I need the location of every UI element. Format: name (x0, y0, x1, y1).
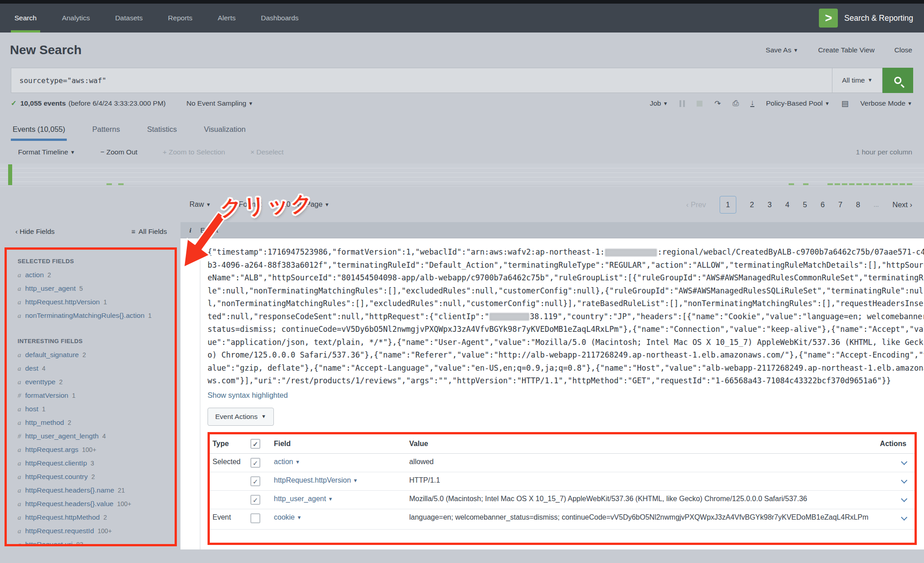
row-actions-chevron-icon[interactable] (901, 495, 907, 502)
tab-patterns[interactable]: Patterns (90, 125, 121, 141)
tab-events[interactable]: Events (10,055) (11, 125, 67, 141)
timeline-bar-small[interactable] (789, 183, 794, 185)
next-page-button[interactable]: Next › (892, 200, 912, 209)
event-actions-button[interactable]: Event Actions ▼ (208, 408, 274, 426)
share-icon[interactable]: ↷ (714, 99, 721, 108)
field-value-cookie[interactable]: language=en; welcomebanner_status=dismis… (407, 509, 873, 529)
event-sampling-dropdown[interactable]: No Event Sampling ▼ (186, 99, 253, 107)
create-table-view-button[interactable]: Create Table View (818, 46, 874, 54)
timeline-bar-small[interactable] (803, 183, 808, 185)
timeline-bar-small[interactable] (892, 183, 898, 185)
field-item-httpRequest.uri[interactable]: ahttpRequest.uri83 (18, 538, 167, 546)
timeline-bar-small[interactable] (878, 183, 883, 185)
hide-fields-button[interactable]: ‹ Hide Fields (15, 228, 55, 236)
search-button[interactable] (882, 68, 913, 93)
format-button[interactable]: ✎Format (231, 200, 262, 209)
field-item-host[interactable]: ahost1 (18, 402, 167, 416)
field-item-httpRequest.headers{}.value[interactable]: ahttpRequest.headers{}.value100+ (18, 497, 167, 511)
field-item-httpRequest.clientIp[interactable]: ahttpRequest.clientIp3 (18, 456, 167, 470)
field-dropdown-http_user_agent[interactable]: http_user_agent ▼ (274, 495, 333, 503)
nav-item-datasets[interactable]: Datasets (111, 4, 146, 33)
field-item-nonTerminatingMatchingRules{}.action[interactable]: anonTerminatingMatchingRules{}.action1 (18, 309, 167, 322)
field-item-http_method[interactable]: ahttp_method2 (18, 416, 167, 429)
timeline-bar-small[interactable] (849, 183, 855, 185)
page-button-7[interactable]: 7 (838, 200, 842, 209)
nav-item-analytics[interactable]: Analytics (58, 4, 93, 33)
select-all-checkbox[interactable]: ✓ (250, 439, 260, 449)
field-item-http_user_agent_length[interactable]: #http_user_agent_length4 (18, 429, 167, 443)
timeline-bar-small[interactable] (885, 183, 891, 185)
time-range-picker[interactable]: All time ▼ (832, 68, 882, 93)
field-item-httpRequest.headers{}.name[interactable]: ahttpRequest.headers{}.name21 (18, 484, 167, 497)
app-navbar: SearchAnalyticsDatasetsReportsAlertsDash… (0, 4, 924, 33)
page-button-6[interactable]: 6 (821, 200, 825, 209)
field-item-eventtype[interactable]: aeventtype2 (18, 375, 167, 389)
timeline-bar-small[interactable] (900, 183, 905, 185)
checked-checkbox-http_user_agent[interactable]: ✓ (250, 495, 260, 505)
field-value-httpRequest.httpVersion[interactable]: HTTP/1.1 (407, 472, 873, 490)
stop-icon[interactable] (697, 101, 702, 107)
field-dropdown-cookie[interactable]: cookie ▼ (274, 513, 302, 521)
all-fields-button[interactable]: ≡All Fields (131, 228, 167, 236)
field-value-action[interactable]: allowed (407, 453, 873, 472)
field-item-formatVersion[interactable]: #formatVersion1 (18, 389, 167, 402)
page-button-8[interactable]: 8 (856, 200, 860, 209)
save-as-button[interactable]: Save As ▼ (766, 46, 798, 54)
unchecked-checkbox-cookie[interactable] (250, 513, 260, 523)
nav-item-dashboards[interactable]: Dashboards (257, 4, 302, 33)
timeline-bar-small[interactable] (907, 183, 912, 185)
field-item-httpRequest.country[interactable]: ahttpRequest.country2 (18, 470, 167, 484)
timeline-bar-small[interactable] (827, 183, 833, 185)
checked-checkbox-action[interactable]: ✓ (250, 458, 260, 468)
print-icon[interactable]: ⎙ (733, 99, 739, 108)
tab-statistics[interactable]: Statistics (145, 125, 179, 141)
field-item-httpRequest.args[interactable]: ahttpRequest.args100+ (18, 443, 167, 456)
field-item-default_signature[interactable]: adefault_signature2 (18, 348, 167, 362)
search-query-input[interactable]: sourcetype="aws:waf" (11, 68, 832, 93)
page-button-1[interactable]: 1 (720, 196, 736, 214)
search-mode-dropdown[interactable]: Verbose Mode ▼ (860, 99, 912, 107)
checked-checkbox-httpRequest.httpVersion[interactable]: ✓ (250, 476, 260, 486)
timeline-bar-small[interactable] (118, 183, 124, 185)
field-value-http_user_agent[interactable]: Mozilla/5.0 (Macintosh; Intel Mac OS X 1… (407, 490, 873, 509)
timeline-bar-small[interactable] (106, 183, 112, 185)
job-dropdown[interactable]: Job ▼ (650, 99, 668, 107)
timeline-bar-small[interactable] (856, 183, 862, 185)
expand-event-chevron-icon[interactable] (187, 249, 193, 256)
timeline-bar-small[interactable] (842, 183, 847, 185)
raw-view-dropdown[interactable]: Raw ▼ (189, 200, 211, 209)
row-actions-chevron-icon[interactable] (901, 477, 907, 483)
page-button-3[interactable]: 3 (767, 200, 772, 209)
close-button[interactable]: Close (894, 46, 912, 54)
per-page-dropdown[interactable]: 20 Per Page ▼ (282, 200, 329, 209)
nav-item-search[interactable]: Search (11, 4, 40, 33)
field-item-httpRequest.httpMethod[interactable]: ahttpRequest.httpMethod2 (18, 511, 167, 524)
field-item-http_user_agent[interactable]: ahttp_user_agent5 (18, 282, 167, 295)
timeline-controls: Format Timeline ▼ − Zoom Out + Zoom to S… (0, 141, 924, 163)
field-dropdown-httpRequest.httpVersion[interactable]: httpRequest.httpVersion ▼ (274, 476, 358, 484)
workload-pool-dropdown[interactable]: Policy-Based Pool ▼ (766, 99, 830, 107)
row-actions-chevron-icon[interactable] (901, 514, 907, 520)
nav-item-reports[interactable]: Reports (164, 4, 196, 33)
pause-icon[interactable] (679, 100, 685, 107)
page-button-4[interactable]: 4 (785, 200, 789, 209)
nav-item-alerts[interactable]: Alerts (214, 4, 240, 33)
timeline-bar-small[interactable] (835, 183, 840, 185)
download-icon[interactable]: ↓ (750, 100, 754, 107)
field-item-httpRequest.requestId[interactable]: ahttpRequest.requestId100+ (18, 524, 167, 538)
tab-visualization[interactable]: Visualization (202, 125, 247, 141)
show-syntax-link[interactable]: Show syntax highlighted (208, 391, 288, 400)
timeline-bar-small[interactable] (864, 183, 869, 185)
page-button-5[interactable]: 5 (803, 200, 807, 209)
timeline-bar-small[interactable] (871, 183, 876, 185)
field-item-httpRequest.httpVersion[interactable]: ahttpRequest.httpVersion1 (18, 295, 167, 309)
page-button-2[interactable]: 2 (750, 200, 754, 209)
zoom-out-button[interactable]: − Zoom Out (100, 148, 137, 156)
format-timeline-dropdown[interactable]: Format Timeline ▼ (18, 148, 75, 156)
field-dropdown-action[interactable]: action ▼ (274, 458, 300, 465)
events-timeline-histogram[interactable] (0, 163, 924, 187)
field-item-dest[interactable]: adest4 (18, 362, 167, 375)
row-actions-chevron-icon[interactable] (901, 458, 907, 465)
field-item-action[interactable]: aaction2 (18, 268, 167, 282)
timeline-bar[interactable] (8, 164, 12, 185)
